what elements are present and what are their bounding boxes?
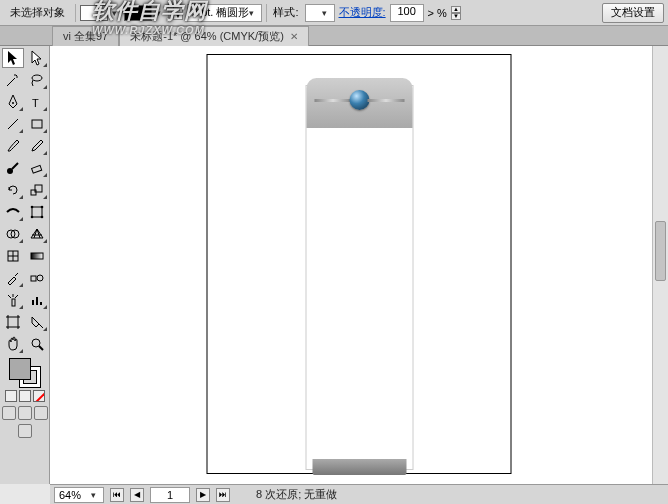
none-mode-box[interactable] — [33, 390, 45, 402]
pencil-tool[interactable] — [26, 136, 48, 156]
tool-panel: T — [0, 46, 50, 484]
drawing-mode-inside[interactable] — [34, 406, 48, 420]
mesh-tool[interactable] — [2, 246, 24, 266]
rectangle-tool[interactable] — [26, 114, 48, 134]
opacity-spinner[interactable]: ▲ ▼ — [451, 6, 461, 20]
style-dropdown[interactable]: ▾ — [305, 4, 335, 22]
stroke-weight-spinner[interactable]: ▲ ▼ — [173, 6, 183, 20]
spin-down-icon[interactable]: ▼ — [173, 13, 183, 20]
hand-tool[interactable] — [2, 334, 24, 354]
status-bar: 64%▾ ⏮ ◀ 1 ▶ ⏭ 8 次还原; 无重做 — [50, 484, 668, 504]
svg-rect-24 — [8, 317, 18, 327]
svg-point-0 — [32, 75, 42, 81]
svg-point-25 — [32, 339, 40, 347]
column-graph-tool[interactable] — [26, 290, 48, 310]
document-tab-2[interactable]: 未标题-1* @ 64% (CMYK/预览)✕ — [119, 26, 309, 46]
screen-mode-button[interactable] — [18, 424, 32, 438]
magic-wand-tool[interactable] — [2, 70, 24, 90]
fill-dropdown-icon[interactable]: ▾ — [112, 8, 120, 18]
lasso-tool[interactable] — [26, 70, 48, 90]
symbol-sprayer-tool[interactable] — [2, 290, 24, 310]
opacity-input[interactable]: 100 — [390, 4, 424, 22]
undo-redo-status: 8 次还原; 无重做 — [256, 487, 337, 502]
bottle-orb-row — [314, 96, 404, 104]
free-transform-tool[interactable] — [26, 202, 48, 222]
bottle-bottom-cap — [312, 459, 406, 475]
shape-builder-tool[interactable] — [2, 224, 24, 244]
scale-tool[interactable] — [26, 180, 48, 200]
divider — [75, 4, 76, 22]
svg-rect-21 — [32, 300, 34, 305]
rotate-tool[interactable] — [2, 180, 24, 200]
artboard-prev-button[interactable]: ◀ — [130, 488, 144, 502]
stroke-weight-field[interactable]: 2 pt. 椭圆形▾ — [187, 4, 262, 22]
bottle-top-cap — [306, 78, 412, 128]
svg-point-13 — [40, 216, 43, 219]
artboard-first-button[interactable]: ⏮ — [110, 488, 124, 502]
pen-tool[interactable] — [2, 92, 24, 112]
artboard-last-button[interactable]: ⏭ — [216, 488, 230, 502]
document-setup-button[interactable]: 文档设置 — [602, 3, 664, 23]
blend-tool[interactable] — [26, 268, 48, 288]
direct-selection-tool[interactable] — [26, 48, 48, 68]
svg-rect-22 — [36, 297, 38, 305]
svg-point-11 — [40, 206, 43, 209]
svg-point-19 — [37, 275, 43, 281]
options-bar: 未选择对象 ▾ ▾ ▲ ▼ 2 pt. 椭圆形▾ 样式: ▾ 不透明度: 100… — [0, 0, 668, 26]
fill-swatch[interactable] — [80, 5, 108, 21]
zoom-field[interactable]: 64%▾ — [54, 487, 104, 503]
opacity-label-link[interactable]: 不透明度: — [339, 5, 386, 20]
artboard-tool[interactable] — [2, 312, 24, 332]
paintbrush-tool[interactable] — [2, 136, 24, 156]
fill-stroke-control[interactable] — [0, 358, 49, 438]
eyedropper-tool[interactable] — [2, 268, 24, 288]
zoom-tool[interactable] — [26, 334, 48, 354]
close-icon[interactable]: ✕ — [290, 31, 298, 42]
stroke-swatch[interactable] — [124, 5, 152, 21]
svg-rect-9 — [32, 207, 42, 217]
perspective-grid-tool[interactable] — [26, 224, 48, 244]
stroke-dropdown-icon[interactable]: ▾ — [156, 8, 164, 18]
gradient-mode-box[interactable] — [19, 390, 31, 402]
drawn-bottle-shape — [305, 85, 413, 470]
svg-rect-20 — [12, 299, 15, 306]
drawing-mode-behind[interactable] — [18, 406, 32, 420]
artboard-next-button[interactable]: ▶ — [196, 488, 210, 502]
width-tool[interactable] — [2, 202, 24, 222]
chevron-down-icon[interactable]: ▾ — [91, 490, 99, 500]
canvas[interactable] — [50, 46, 668, 484]
eraser-tool[interactable] — [26, 158, 48, 178]
svg-rect-23 — [40, 302, 42, 305]
document-tab-bar: vi 全集97 未标题-1* @ 64% (CMYK/预览)✕ — [0, 26, 668, 46]
scrollbar-thumb[interactable] — [655, 221, 666, 281]
spin-up-icon[interactable]: ▲ — [451, 6, 461, 13]
slice-tool[interactable] — [26, 312, 48, 332]
divider — [266, 4, 267, 22]
selection-status: 未选择对象 — [4, 5, 71, 20]
line-segment-tool[interactable] — [2, 114, 24, 134]
artboard-number-field[interactable]: 1 — [150, 487, 190, 503]
blob-brush-tool[interactable] — [2, 158, 24, 178]
bottle-orb — [349, 90, 369, 110]
main-area: T — [0, 46, 668, 484]
spin-down-icon[interactable]: ▼ — [451, 13, 461, 20]
gradient-tool[interactable] — [26, 246, 48, 266]
svg-rect-18 — [31, 276, 36, 281]
svg-point-10 — [30, 206, 33, 209]
spin-up-icon[interactable]: ▲ — [173, 6, 183, 13]
divider — [168, 4, 169, 22]
svg-text:T: T — [32, 97, 39, 109]
fill-color-box[interactable] — [9, 358, 31, 380]
artboard-outline — [207, 54, 512, 474]
opacity-unit-arrows[interactable]: > % — [428, 7, 447, 19]
vertical-scrollbar[interactable] — [652, 46, 668, 484]
style-label: 样式: — [271, 5, 300, 20]
chevron-down-icon[interactable]: ▾ — [249, 8, 257, 18]
drawing-mode-normal[interactable] — [2, 406, 16, 420]
svg-line-26 — [39, 346, 43, 350]
type-tool[interactable]: T — [26, 92, 48, 112]
color-mode-box[interactable] — [5, 390, 17, 402]
chevron-down-icon[interactable]: ▾ — [322, 8, 330, 18]
document-tab-1[interactable]: vi 全集97 — [52, 26, 119, 46]
selection-tool[interactable] — [2, 48, 24, 68]
